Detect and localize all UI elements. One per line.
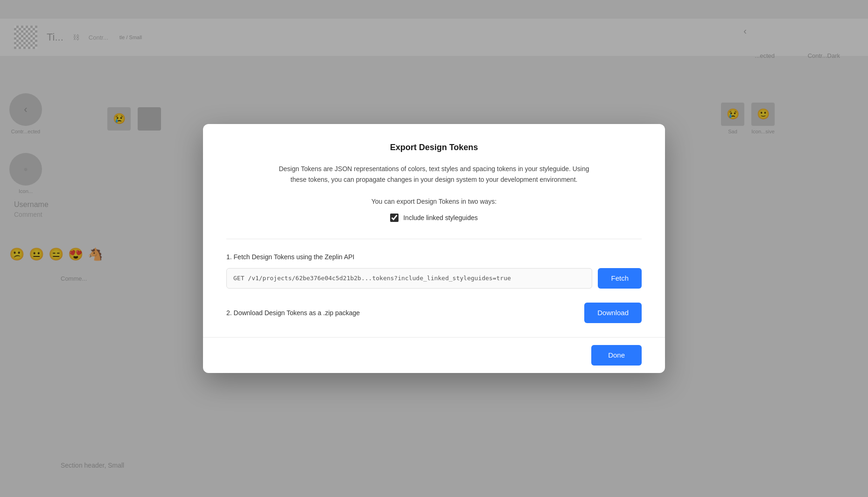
section-download: 2. Download Design Tokens as a .zip pack… xyxy=(226,303,642,323)
modal-title: Export Design Tokens xyxy=(226,143,642,152)
section1-heading: 1. Fetch Design Tokens using the Zeplin … xyxy=(226,253,642,261)
modal-description: Design Tokens are JSON representations o… xyxy=(271,164,597,185)
checkbox-row: Include linked styleguides xyxy=(226,214,642,222)
modal-ways-text: You can export Design Tokens in two ways… xyxy=(226,198,642,205)
api-url-input[interactable] xyxy=(226,268,592,289)
include-styleguides-checkbox[interactable] xyxy=(390,214,399,222)
modal-footer: Done xyxy=(203,337,665,373)
api-row: Fetch xyxy=(226,268,642,289)
done-button[interactable]: Done xyxy=(591,345,642,366)
background: Ti... ⛓ Contr... tle / Small ‹ ...ected … xyxy=(0,0,868,497)
modal-container: Export Design Tokens Design Tokens are J… xyxy=(203,124,665,373)
section-divider-1 xyxy=(226,239,642,239)
fetch-button[interactable]: Fetch xyxy=(598,268,642,289)
checkbox-label: Include linked styleguides xyxy=(403,214,478,221)
modal-backdrop: Export Design Tokens Design Tokens are J… xyxy=(0,0,868,497)
section-fetch: 1. Fetch Design Tokens using the Zeplin … xyxy=(226,253,642,289)
download-button[interactable]: Download xyxy=(584,303,642,323)
download-label: 2. Download Design Tokens as a .zip pack… xyxy=(226,309,360,317)
